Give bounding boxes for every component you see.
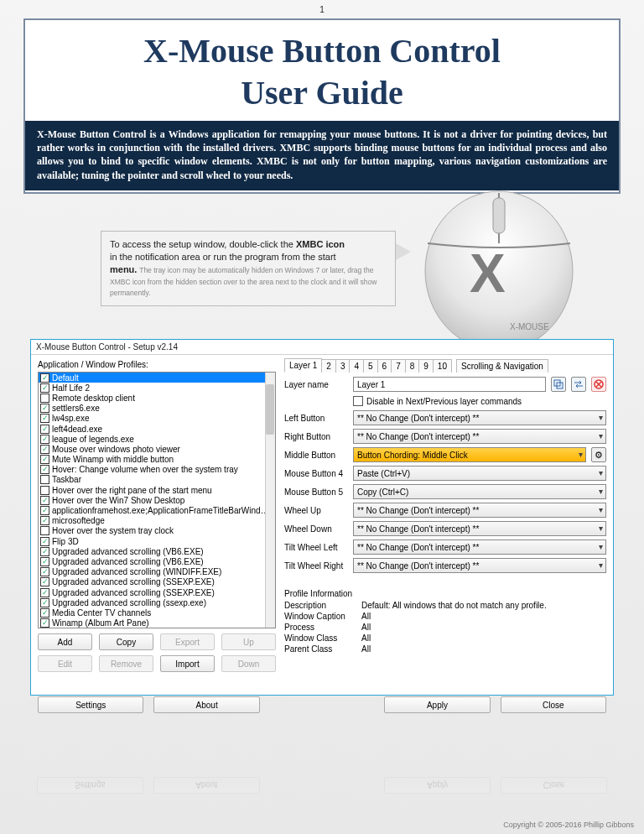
profile-checkbox[interactable] xyxy=(40,608,49,618)
gear-icon[interactable]: ⚙ xyxy=(591,447,606,462)
close-button[interactable]: Close xyxy=(501,696,606,713)
layer-tab[interactable]: 10 xyxy=(433,359,452,373)
profiles-listbox[interactable]: DefaultHalf Life 2Remote desktop clients… xyxy=(38,372,276,628)
profile-checkbox[interactable] xyxy=(40,445,49,454)
clear-layer-icon[interactable] xyxy=(591,377,606,392)
profile-row[interactable]: Hover: Change volume when over the syste… xyxy=(39,465,275,475)
binding-dropdown[interactable]: ** No Change (Don't intercept) **▾ xyxy=(353,503,606,518)
profile-row[interactable]: microsoftedge xyxy=(39,516,275,526)
profile-checkbox[interactable] xyxy=(40,506,49,515)
profile-row[interactable]: Upgraded advanced scrolling (SSEXP.EXE) xyxy=(39,587,275,597)
scrolling-navigation-tab[interactable]: Scrolling & Navigation xyxy=(456,359,548,373)
profile-checkbox[interactable] xyxy=(40,465,49,474)
profile-checkbox[interactable] xyxy=(40,404,49,413)
profile-row[interactable]: Upgraded advanced scrolling (VB6.EXE) xyxy=(39,556,275,566)
chevron-down-icon: ▾ xyxy=(599,524,603,533)
copy-layer-icon[interactable] xyxy=(551,377,566,392)
profile-checkbox[interactable] xyxy=(40,496,49,505)
profile-row[interactable]: Mouse over windows photo viewer xyxy=(39,444,275,454)
layer-tab[interactable]: 9 xyxy=(418,359,434,373)
binding-dropdown[interactable]: Paste (Ctrl+V)▾ xyxy=(353,466,606,481)
layer-tab[interactable]: Layer 1 xyxy=(284,358,322,373)
binding-dropdown[interactable]: ** No Change (Don't intercept) **▾ xyxy=(353,521,606,536)
binding-dropdown[interactable]: ** No Change (Don't intercept) **▾ xyxy=(353,410,606,425)
profile-checkbox[interactable] xyxy=(40,425,49,434)
apply-button[interactable]: Apply xyxy=(384,696,490,713)
scrollbar-track[interactable] xyxy=(265,373,275,628)
title-line-1: X-Mouse Button Control xyxy=(143,32,501,70)
profile-row[interactable]: Upgraded advanced scrolling (WINDIFF.EXE… xyxy=(39,567,275,577)
swap-layer-icon[interactable] xyxy=(571,377,586,392)
profile-checkbox[interactable] xyxy=(40,486,49,495)
profile-row[interactable]: Media Center TV channels xyxy=(39,607,275,618)
binding-dropdown[interactable]: ** No Change (Don't intercept) **▾ xyxy=(353,429,606,444)
profile-checkbox[interactable] xyxy=(40,455,49,464)
profile-checkbox[interactable] xyxy=(40,394,49,403)
profile-row[interactable]: left4dead.exe xyxy=(39,424,275,434)
profile-row[interactable]: applicationframehost.exe;ApplicationFram… xyxy=(39,505,275,515)
profile-row[interactable]: Hover over the Win7 Show Desktop xyxy=(39,495,275,505)
profile-row[interactable]: Half Life 2 xyxy=(39,383,275,393)
profile-checkbox[interactable] xyxy=(40,526,49,535)
profile-checkbox[interactable] xyxy=(40,547,49,556)
profile-row[interactable]: Mute Winamp with middle button xyxy=(39,455,275,465)
profile-checkbox[interactable] xyxy=(40,588,49,597)
profile-info-label: Parent Class xyxy=(284,644,361,654)
profile-row[interactable]: Remote desktop client xyxy=(39,393,275,403)
profile-row[interactable]: Default xyxy=(39,373,275,383)
profile-checkbox[interactable] xyxy=(40,598,49,607)
binding-dropdown[interactable]: Button Chording: Middle Click▾ xyxy=(353,447,586,462)
profile-label: Hover over the Win7 Show Desktop xyxy=(52,496,273,505)
layer-tab[interactable]: 5 xyxy=(363,359,378,373)
profile-label: league of legends.exe xyxy=(52,435,273,444)
profile-checkbox[interactable] xyxy=(40,435,49,444)
profile-info-label: Process xyxy=(284,623,361,632)
copy-button[interactable]: Copy xyxy=(99,633,153,650)
profile-info-value: All xyxy=(361,623,371,632)
profile-checkbox[interactable] xyxy=(40,516,49,525)
layer-tab[interactable]: 3 xyxy=(335,359,351,373)
profile-checkbox[interactable] xyxy=(40,414,49,423)
profile-checkbox[interactable] xyxy=(40,383,49,393)
remove-button: Remove xyxy=(99,655,153,672)
import-button[interactable]: Import xyxy=(160,655,215,672)
scrollbar-thumb[interactable] xyxy=(266,384,274,435)
layer-tab[interactable]: 7 xyxy=(391,359,406,373)
profile-row[interactable]: lw4sp.exe xyxy=(39,414,275,424)
profile-row[interactable]: Upgraded advanced scrolling (VB6.EXE) xyxy=(39,546,275,556)
layer-tab[interactable]: 2 xyxy=(321,359,336,373)
profile-label: Hover: Change volume when over the syste… xyxy=(52,465,273,474)
profile-checkbox[interactable] xyxy=(40,577,49,586)
settings-button[interactable]: Settings xyxy=(38,696,143,713)
profile-checkbox[interactable] xyxy=(40,618,49,628)
profile-checkbox[interactable] xyxy=(40,537,49,546)
binding-dropdown[interactable]: ** No Change (Don't intercept) **▾ xyxy=(353,539,606,555)
profile-row[interactable]: Hover over the system tray clock xyxy=(39,526,275,536)
profile-row[interactable]: Upgraded advanced scrolling (ssexp.exe) xyxy=(39,597,275,607)
profile-row[interactable]: Winamp (Album Art Pane) xyxy=(39,618,275,628)
profile-row[interactable]: settlers6.exe xyxy=(39,404,275,414)
profile-checkbox[interactable] xyxy=(40,373,49,383)
layer-tab[interactable]: 6 xyxy=(377,359,392,373)
profile-checkbox[interactable] xyxy=(40,557,49,566)
profile-row[interactable]: Upgraded advanced scrolling (SSEXP.EXE) xyxy=(39,577,275,587)
layer-tab[interactable]: 4 xyxy=(349,359,364,373)
layer-name-input[interactable] xyxy=(353,377,546,392)
binding-dropdown[interactable]: Copy (Ctrl+C)▾ xyxy=(353,484,606,499)
profile-info-label: Window Class xyxy=(284,633,361,643)
profile-row[interactable]: league of legends.exe xyxy=(39,434,275,444)
bindings-pane: Layer 12345678910Scrolling & Navigation … xyxy=(281,355,613,693)
layer-tab[interactable]: 8 xyxy=(405,359,420,373)
about-button[interactable]: About xyxy=(153,696,259,713)
profile-row[interactable]: Hover over the right pane of the start m… xyxy=(39,485,275,495)
profile-checkbox[interactable] xyxy=(40,567,49,576)
profile-label: Media Center TV channels xyxy=(52,608,273,618)
add-button[interactable]: Add xyxy=(38,633,92,650)
profile-checkbox[interactable] xyxy=(40,475,49,484)
profile-label: Mute Winamp with middle button xyxy=(52,455,273,464)
binding-dropdown[interactable]: ** No Change (Don't intercept) **▾ xyxy=(353,558,606,573)
profile-row[interactable]: Taskbar xyxy=(39,475,275,485)
up-button: Up xyxy=(221,633,276,650)
disable-layer-checkbox[interactable] xyxy=(353,396,363,406)
profile-row[interactable]: Flip 3D xyxy=(39,536,275,546)
